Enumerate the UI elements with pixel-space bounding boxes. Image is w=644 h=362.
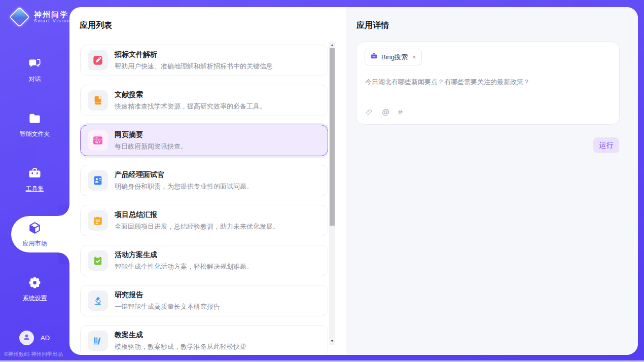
app-card-description: 快速精准查找学术资源，提高研究效率的必备工具。 bbox=[115, 102, 266, 111]
copyright-footer: ©神州数码·神州问学出品 bbox=[4, 351, 63, 358]
app-detail-title: 应用详情 bbox=[356, 20, 389, 31]
person-icon bbox=[22, 333, 31, 343]
summary-note-icon bbox=[88, 210, 108, 231]
user-name: AD bbox=[41, 334, 50, 342]
sidebar-item-label: 应用市场 bbox=[23, 239, 47, 248]
book-icon bbox=[88, 90, 108, 111]
at-icon[interactable]: @ bbox=[382, 107, 389, 116]
app-card-title: 产品经理面试官 bbox=[115, 170, 253, 179]
hash-icon[interactable]: # bbox=[398, 107, 402, 116]
app-card-literature-search[interactable]: 文献搜索快速精准查找学术资源，提高研究效率的必备工具。 bbox=[80, 85, 328, 116]
scrollbar[interactable]: ▲ ▼ bbox=[329, 42, 335, 345]
chat-icon bbox=[28, 57, 42, 70]
app-card-texts: 活动方案生成智能生成个性化活动方案，轻松解决规划难题。 bbox=[115, 250, 253, 271]
sidebar-item-chat[interactable]: 对话 bbox=[0, 51, 69, 105]
app-card-description: 全面回顾项目进展，总结经验教训，助力未来优化发展。 bbox=[115, 222, 279, 231]
app-card-texts: 研究报告一键智能生成高质量长文本研究报告 bbox=[115, 291, 220, 311]
briefcase-icon bbox=[370, 52, 378, 62]
app-card-title: 文献搜索 bbox=[115, 90, 266, 99]
attachment-toolbar: @ # bbox=[365, 107, 403, 116]
app-card-title: 活动方案生成 bbox=[115, 250, 253, 260]
browser-code-icon bbox=[88, 130, 108, 151]
sidebar-item-label: 对话 bbox=[29, 75, 41, 84]
research-icon bbox=[88, 291, 108, 311]
app-card-description: 明确身份和职责，为您提供专业性的面试问题。 bbox=[115, 182, 253, 191]
sidebar-item-app-market[interactable]: 应用市场 bbox=[0, 215, 69, 270]
sidebar-item-label: 工具集 bbox=[26, 185, 44, 193]
sidebar-item-system-settings[interactable]: 系统设置 bbox=[0, 270, 69, 324]
app-card-pm-interviewer[interactable]: 产品经理面试官明确身份和职责，为您提供专业性的面试问题。 bbox=[80, 165, 328, 196]
app-card-title: 网页摘要 bbox=[115, 130, 187, 139]
diamond-logo-icon bbox=[9, 7, 30, 27]
avatar bbox=[19, 331, 34, 345]
scrollbar-thumb[interactable] bbox=[330, 48, 335, 226]
interview-icon bbox=[88, 170, 108, 191]
scroll-down-icon[interactable]: ▼ bbox=[329, 338, 335, 344]
tool-chip-bing-search[interactable]: Bing搜索 × bbox=[365, 49, 422, 65]
user-account[interactable]: AD bbox=[19, 331, 50, 345]
app-card-texts: 网页摘要每日政府新闻资讯快查。 bbox=[115, 130, 187, 151]
app-list-pane: 应用列表 招标文件解析帮助用户快速、准确地理解和解析招标书中的关键信息文献搜索快… bbox=[69, 7, 346, 355]
sidebar-nav: 对话智能文件夹工具集应用市场系统设置 bbox=[0, 51, 69, 324]
brand: 神州问学 Smart Vision bbox=[10, 8, 70, 26]
app-card-title: 项目总结汇报 bbox=[115, 210, 279, 220]
paperclip-icon[interactable] bbox=[365, 108, 373, 116]
app-card-description: 模板驱动，教案秒成，教学准备从此轻松快捷 bbox=[115, 342, 246, 351]
cube-icon bbox=[28, 221, 42, 235]
folder-icon bbox=[28, 112, 42, 125]
gear-icon bbox=[28, 276, 42, 289]
query-input[interactable]: 今日湖北有哪些新闻要点？有哪些需要关注的最新政策？ bbox=[365, 78, 611, 87]
app-card-description: 帮助用户快速、准确地理解和解析招标书中的关键信息 bbox=[115, 62, 273, 71]
content-panel: 应用列表 招标文件解析帮助用户快速、准确地理解和解析招标书中的关键信息文献搜索快… bbox=[69, 7, 638, 355]
app-card-texts: 产品经理面试官明确身份和职责，为您提供专业性的面试问题。 bbox=[115, 170, 253, 191]
app-detail-pane: 应用详情 Bing搜索 × 今日湖北有哪些新闻要点？有哪些需要关注的最新政策？ … bbox=[346, 7, 638, 355]
app-card-title: 教案生成 bbox=[115, 331, 246, 340]
sidebar-item-label: 智能文件夹 bbox=[20, 130, 50, 138]
app-card-title: 研究报告 bbox=[115, 291, 220, 300]
brand-subtitle: Smart Vision bbox=[34, 19, 70, 24]
app-card-texts: 招标文件解析帮助用户快速、准确地理解和解析招标书中的关键信息 bbox=[115, 50, 273, 71]
app-list-title: 应用列表 bbox=[80, 20, 112, 31]
tool-chip-label: Bing搜索 bbox=[381, 53, 408, 62]
toolbox-icon bbox=[28, 166, 42, 180]
app-card-title: 招标文件解析 bbox=[115, 50, 273, 59]
sidebar-item-label: 系统设置 bbox=[23, 294, 47, 303]
prompt-card: Bing搜索 × 今日湖北有哪些新闻要点？有哪些需要关注的最新政策？ @ # bbox=[356, 42, 620, 125]
app-card-list: 招标文件解析帮助用户快速、准确地理解和解析招标书中的关键信息文献搜索快速精准查找… bbox=[80, 45, 328, 355]
clipboard-check-icon bbox=[88, 250, 108, 271]
chip-close-icon[interactable]: × bbox=[412, 53, 416, 61]
app-card-texts: 文献搜索快速精准查找学术资源，提高研究效率的必备工具。 bbox=[115, 90, 266, 111]
app-card-description: 智能生成个性化活动方案，轻松解决规划难题。 bbox=[115, 262, 253, 271]
app-root: 神州问学 Smart Vision 对话智能文件夹工具集应用市场系统设置 AD … bbox=[0, 0, 644, 362]
app-card-project-summary[interactable]: 项目总结汇报全面回顾项目进展，总结经验教训，助力未来优化发展。 bbox=[80, 205, 328, 236]
corner-bottom bbox=[58, 252, 69, 264]
books-icon bbox=[88, 331, 108, 351]
scroll-up-icon[interactable]: ▲ bbox=[329, 42, 335, 48]
app-card-event-plan[interactable]: 活动方案生成智能生成个性化活动方案，轻松解决规划难题。 bbox=[80, 245, 328, 276]
sidebar-item-smart-folder[interactable]: 智能文件夹 bbox=[0, 105, 69, 160]
app-card-bid-analysis[interactable]: 招标文件解析帮助用户快速、准确地理解和解析招标书中的关键信息 bbox=[80, 45, 328, 76]
run-button[interactable]: 运行 bbox=[593, 137, 619, 153]
app-card-description: 一键智能生成高质量长文本研究报告 bbox=[115, 302, 220, 311]
app-card-web-summary[interactable]: 网页摘要每日政府新闻资讯快查。 bbox=[80, 125, 328, 156]
edit-note-icon bbox=[88, 50, 108, 70]
app-card-texts: 项目总结汇报全面回顾项目进展，总结经验教训，助力未来优化发展。 bbox=[115, 210, 279, 231]
app-card-texts: 教案生成模板驱动，教案秒成，教学准备从此轻松快捷 bbox=[115, 331, 246, 351]
brand-name: 神州问学 bbox=[34, 10, 70, 19]
corner-top bbox=[58, 205, 69, 216]
app-card-description: 每日政府新闻资讯快查。 bbox=[115, 142, 187, 151]
app-card-research-report[interactable]: 研究报告一键智能生成高质量长文本研究报告 bbox=[80, 285, 328, 316]
app-card-lesson-plan[interactable]: 教案生成模板驱动，教案秒成，教学准备从此轻松快捷 bbox=[80, 325, 328, 355]
